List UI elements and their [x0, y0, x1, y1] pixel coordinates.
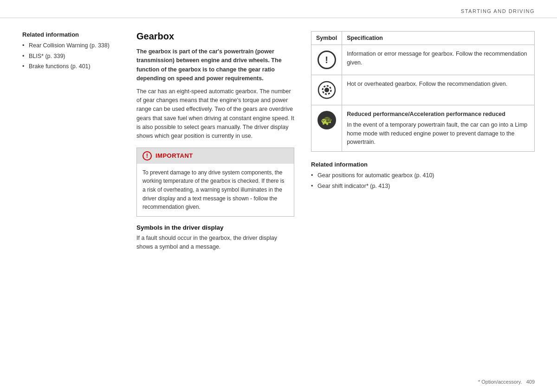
spec-cell-1: Information or error message for gearbox…: [342, 45, 535, 75]
spec-text-2: Hot or overheated gearbox. Follow the re…: [347, 81, 507, 87]
spec-text-1: Information or error message for gearbox…: [347, 51, 527, 66]
page-header: STARTING AND DRIVING: [0, 0, 557, 18]
table-header-row: Symbol Specification: [311, 32, 535, 45]
spec-cell-3: Reduced performance/Acceleration perform…: [342, 105, 535, 152]
table-row: ! Information or error message for gearb…: [311, 45, 535, 75]
right-related-title: Related information: [311, 161, 535, 168]
article-intro: The gearbox is part of the car's powertr…: [136, 47, 294, 141]
important-box: ! IMPORTANT To prevent damage to any dri…: [136, 148, 294, 217]
svg-point-1: [324, 88, 329, 92]
spec-cell-2: Hot or overheated gearbox. Follow the re…: [342, 75, 535, 105]
turtle-icon: 🐢: [317, 111, 336, 129]
footer-note: * Option/accessory.: [478, 379, 522, 385]
left-related-title: Related information: [22, 31, 120, 38]
header-text: STARTING AND DRIVING: [461, 8, 535, 14]
col-header-symbol: Symbol: [311, 32, 342, 45]
symbol-cell-3: 🐢: [311, 105, 342, 152]
gear-temp-icon: [317, 81, 336, 99]
table-row: 🐢 Reduced performance/Acceleration perfo…: [311, 105, 535, 152]
page-footer: * Option/accessory. 409: [478, 379, 535, 385]
symbols-subtitle: Symbols in the driver display: [136, 224, 294, 231]
symbol-cell-1: !: [311, 45, 342, 75]
important-header: ! IMPORTANT: [137, 148, 294, 164]
list-item: Brake functions (p. 401): [22, 63, 120, 71]
symbol-img-3: 🐢: [317, 110, 337, 130]
important-body: To prevent damage to any drive system co…: [137, 164, 294, 216]
spec-text-3: In the event of a temporary powertrain f…: [347, 122, 527, 146]
col-header-specification: Specification: [342, 32, 535, 45]
warning-circle-icon: !: [317, 51, 336, 69]
left-column: Related information Rear Collision Warni…: [22, 31, 120, 386]
symbol-img-1: !: [317, 50, 337, 70]
intro-normal: The car has an eight-speed automatic gea…: [136, 87, 294, 141]
table-row: Hot or overheated gearbox. Follow the re…: [311, 75, 535, 105]
intro-bold: The gearbox is part of the car's powertr…: [136, 48, 282, 82]
list-item: Gear positions for automatic gearbox (p.…: [311, 172, 535, 180]
page-content: Related information Rear Collision Warni…: [0, 18, 557, 386]
important-label: IMPORTANT: [155, 152, 193, 159]
important-icon: !: [142, 151, 152, 161]
symbols-body: If a fault should occur in the gearbox, …: [136, 234, 294, 252]
right-column: Symbol Specification ! Information or er…: [311, 31, 535, 386]
page-number: 409: [526, 379, 535, 385]
symbol-cell-2: [311, 75, 342, 105]
middle-column: Gearbox The gearbox is part of the car's…: [136, 31, 294, 386]
right-related-info: Related information Gear positions for a…: [311, 161, 535, 190]
symbol-table: Symbol Specification ! Information or er…: [311, 31, 535, 152]
left-bullet-list: Rear Collision Warning (p. 338) BLIS* (p…: [22, 42, 120, 71]
list-item: Rear Collision Warning (p. 338): [22, 42, 120, 50]
spec-bold-3: Reduced performance/Acceleration perform…: [347, 110, 530, 119]
list-item: BLIS* (p. 339): [22, 52, 120, 61]
right-bullet-list: Gear positions for automatic gearbox (p.…: [311, 172, 535, 190]
list-item: Gear shift indicator* (p. 413): [311, 182, 535, 191]
symbol-img-2: [317, 80, 337, 100]
article-title: Gearbox: [136, 31, 294, 42]
